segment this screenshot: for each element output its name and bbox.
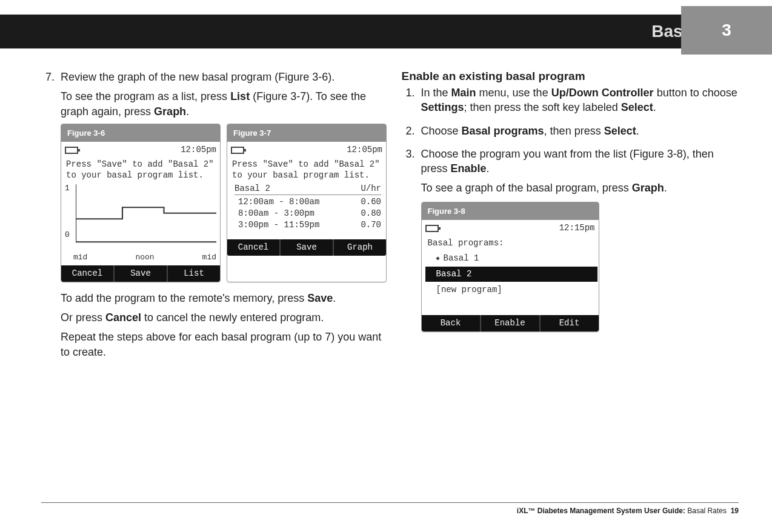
after-text-1: To add the program to the remote's memor… [61,291,387,305]
x-axis-labels: mid noon mid [61,252,220,265]
figure-3-7: Figure 3-7 12:05pm Press "Save" to add "… [227,124,387,282]
battery-icon [425,225,439,232]
y-axis-0: 0 [65,230,70,241]
chapter-number: 3 [681,6,772,55]
softkey-cancel[interactable]: Cancel [61,265,115,282]
list-item-basal-2[interactable]: Basal 2 [425,267,597,282]
device-screen: 12:05pm Press "Save" to add "Basal 2" to… [61,142,220,281]
softkey-back[interactable]: Back [422,315,481,331]
list-title: Basal programs: [428,238,595,249]
basal-graph: 1 0 [66,183,216,250]
softkey-list[interactable]: List [168,265,220,282]
chart-svg [76,183,216,250]
clock: 12:15pm [559,222,595,234]
content-columns: 7. Review the graph of the new basal pro… [41,70,739,368]
device-screen: 12:05pm Press "Save" to add "Basal 2" to… [227,142,386,255]
clock: 12:05pm [181,144,216,156]
program-list: Basal programs: Basal 1 Basal 2 [new pro… [422,235,599,315]
figure-3-6: Figure 3-6 12:05pm Press "Save" to add "… [61,124,221,282]
step-number: 7. [41,70,56,364]
softkey-graph[interactable]: Graph [334,239,386,256]
screen-message: Press "Save" to add "Basal 2" to your ba… [227,157,386,183]
after-text-3: Repeat the steps above for each basal pr… [61,330,387,359]
softkey-save[interactable]: Save [281,239,334,256]
battery-icon [65,147,78,154]
figure-label: Figure 3-8 [422,202,599,221]
y-axis-1: 1 [65,183,70,194]
page-footer: iXL™ Diabetes Management System User Gui… [41,502,739,515]
after-text-2: Or press Cancel to cancel the newly ente… [61,310,387,325]
softkey-save[interactable]: Save [115,265,168,282]
battery-icon [231,147,244,154]
step-7-line-2: To see the program as a list, press List… [61,89,387,119]
softkey-edit[interactable]: Edit [541,315,599,331]
enable-step-1: 1. In the Main menu, use the Up/Down Con… [402,85,739,120]
figure-label: Figure 3-7 [227,124,386,142]
program-name: Basal 2 [235,183,270,195]
section-heading: Enable an existing basal program [402,70,739,83]
softkeys: Back Enable Edit [422,315,599,331]
list-item-new[interactable]: [new program] [428,283,595,297]
page-number: 19 [731,507,739,515]
right-column: Enable an existing basal program 1. In t… [402,70,739,368]
list-item-basal-1[interactable]: Basal 1 [428,251,595,265]
step-7-line-1: Review the graph of the new basal progra… [61,70,387,84]
enable-step-3: 3. Choose the program you want from the … [402,147,739,332]
figure-3-8: Figure 3-8 12:15pm Basal programs: Basal… [421,202,599,332]
device-screen: 12:15pm Basal programs: Basal 1 Basal 2 … [422,220,599,331]
enable-step-2: 2. Choose Basal programs, then press Sel… [402,124,739,143]
clock: 12:05pm [347,144,382,156]
softkey-enable[interactable]: Enable [481,315,541,331]
left-column: 7. Review the graph of the new basal pro… [41,70,379,368]
unit-header: U/hr [361,183,381,195]
softkeys: Cancel Save List [61,265,220,282]
page-header: Basal Rates [0,15,772,48]
softkey-cancel[interactable]: Cancel [227,239,281,256]
figure-label: Figure 3-6 [61,124,220,142]
softkeys: Cancel Save Graph [227,239,386,256]
screen-message: Press "Save" to add "Basal 2" to your ba… [61,157,220,183]
figure-row: Figure 3-6 12:05pm Press "Save" to add "… [61,124,387,282]
rate-table: Basal 2 U/hr 12:00am - 8:00am0.60 8:00am… [227,183,386,239]
step-7: 7. Review the graph of the new basal pro… [41,70,379,364]
